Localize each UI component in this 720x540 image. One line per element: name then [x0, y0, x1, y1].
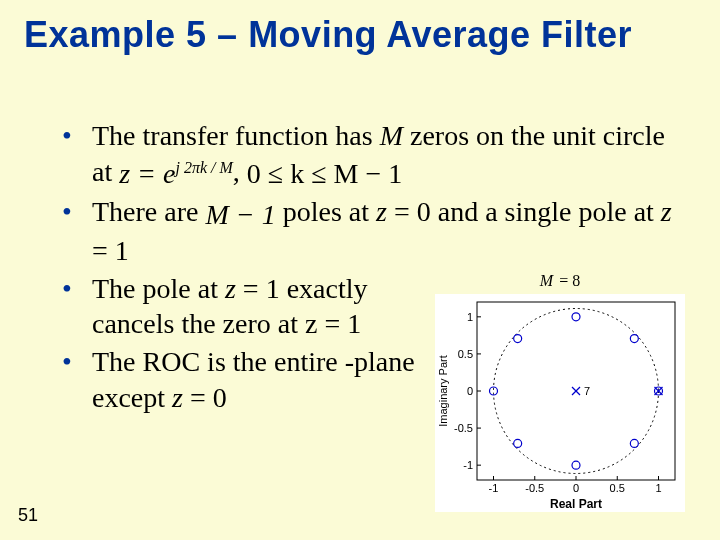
b3-pre: The pole at — [92, 273, 225, 304]
svg-point-23 — [630, 335, 638, 343]
b3-z: z — [225, 273, 236, 304]
b1-eq: z = ej 2πk / M — [119, 156, 233, 192]
bullet-2: There are M − 1 poles at z = 0 and a sin… — [62, 194, 690, 268]
b1-M: M — [380, 120, 403, 151]
svg-text:-0.5: -0.5 — [454, 422, 473, 434]
svg-text:0.5: 0.5 — [458, 348, 473, 360]
svg-point-24 — [572, 313, 580, 321]
svg-text:1: 1 — [655, 482, 661, 494]
svg-text:7: 7 — [584, 385, 590, 397]
b2-tail: = 0 and a single pole at — [387, 196, 661, 227]
svg-text:-1: -1 — [463, 459, 473, 471]
b4-pre: The ROC is the entire -plane except — [92, 346, 415, 413]
svg-text:-0.5: -0.5 — [525, 482, 544, 494]
b2-z1: z — [376, 196, 387, 227]
b1-zeq: z = e — [119, 158, 175, 189]
b2-Mminus1: M − 1 — [205, 197, 275, 233]
svg-text:-1: -1 — [489, 482, 499, 494]
svg-text:1: 1 — [467, 311, 473, 323]
bullet-1: The transfer function has M zeros on the… — [62, 118, 690, 192]
svg-point-27 — [514, 439, 522, 447]
svg-text:Real Part: Real Part — [550, 497, 602, 511]
svg-text:0: 0 — [573, 482, 579, 494]
svg-point-29 — [630, 439, 638, 447]
svg-text:0.5: 0.5 — [610, 482, 625, 494]
b2-pre: There are — [92, 196, 205, 227]
b2-end: = 1 — [92, 235, 129, 266]
b1-pre: The transfer function has — [92, 120, 380, 151]
b1-exp: j 2πk / M — [175, 159, 232, 176]
b1-range: 0 ≤ k ≤ M − 1 — [247, 156, 402, 192]
b2-post: poles at — [276, 196, 376, 227]
svg-point-25 — [514, 335, 522, 343]
svg-text:0: 0 — [467, 385, 473, 397]
slide-number: 51 — [18, 505, 38, 526]
chart-caption: M = 8 — [430, 272, 690, 290]
pz-plot-svg: -1-0.500.51-1-0.500.517Real PartImaginar… — [435, 294, 685, 512]
slide: Example 5 – Moving Average Filter The tr… — [0, 0, 720, 540]
svg-text:Imaginary Part: Imaginary Part — [437, 355, 449, 427]
svg-point-28 — [572, 461, 580, 469]
slide-title: Example 5 – Moving Average Filter — [24, 14, 700, 56]
pz-chart: M = 8 -1-0.500.51-1-0.500.517Real PartIm… — [430, 272, 690, 512]
caption-eq: = 8 — [555, 272, 580, 289]
b4-end: = 0 — [183, 382, 227, 413]
caption-M: M — [540, 272, 553, 289]
b2-z2: z — [661, 196, 672, 227]
b1-comma: , — [233, 156, 247, 187]
b4-z: z — [172, 382, 183, 413]
